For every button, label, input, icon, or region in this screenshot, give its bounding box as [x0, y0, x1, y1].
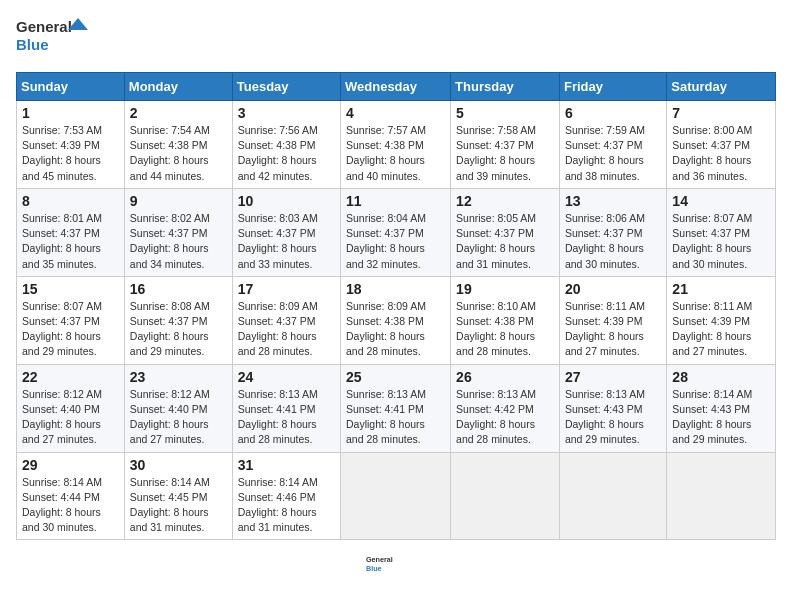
calendar-day-cell: 21Sunrise: 8:11 AMSunset: 4:39 PMDayligh… — [667, 276, 776, 364]
svg-text:Blue: Blue — [16, 36, 49, 53]
day-info: Sunrise: 7:58 AMSunset: 4:37 PMDaylight:… — [456, 123, 554, 184]
day-number: 20 — [565, 281, 661, 297]
weekday-header-cell: Monday — [124, 73, 232, 101]
weekday-header-cell: Tuesday — [232, 73, 340, 101]
day-number: 21 — [672, 281, 770, 297]
day-number: 9 — [130, 193, 227, 209]
day-info: Sunrise: 8:13 AMSunset: 4:43 PMDaylight:… — [565, 387, 661, 448]
calendar-day-cell: 25Sunrise: 8:13 AMSunset: 4:41 PMDayligh… — [341, 364, 451, 452]
day-number: 28 — [672, 369, 770, 385]
day-info: Sunrise: 8:03 AMSunset: 4:37 PMDaylight:… — [238, 211, 335, 272]
day-number: 2 — [130, 105, 227, 121]
calendar-day-cell: 26Sunrise: 8:13 AMSunset: 4:42 PMDayligh… — [451, 364, 560, 452]
day-number: 22 — [22, 369, 119, 385]
day-number: 18 — [346, 281, 445, 297]
calendar-week-row: 8Sunrise: 8:01 AMSunset: 4:37 PMDaylight… — [17, 188, 776, 276]
calendar-day-cell — [667, 452, 776, 540]
day-info: Sunrise: 8:07 AMSunset: 4:37 PMDaylight:… — [22, 299, 119, 360]
day-info: Sunrise: 8:13 AMSunset: 4:41 PMDaylight:… — [238, 387, 335, 448]
day-info: Sunrise: 8:13 AMSunset: 4:41 PMDaylight:… — [346, 387, 445, 448]
day-info: Sunrise: 8:05 AMSunset: 4:37 PMDaylight:… — [456, 211, 554, 272]
calendar-day-cell: 5Sunrise: 7:58 AMSunset: 4:37 PMDaylight… — [451, 101, 560, 189]
day-number: 29 — [22, 457, 119, 473]
day-info: Sunrise: 8:12 AMSunset: 4:40 PMDaylight:… — [22, 387, 119, 448]
calendar-day-cell: 18Sunrise: 8:09 AMSunset: 4:38 PMDayligh… — [341, 276, 451, 364]
calendar-day-cell: 15Sunrise: 8:07 AMSunset: 4:37 PMDayligh… — [17, 276, 125, 364]
calendar-day-cell: 4Sunrise: 7:57 AMSunset: 4:38 PMDaylight… — [341, 101, 451, 189]
svg-text:General: General — [16, 18, 72, 35]
weekday-header-cell: Friday — [559, 73, 666, 101]
svg-text:Blue: Blue — [366, 564, 382, 572]
day-info: Sunrise: 8:01 AMSunset: 4:37 PMDaylight:… — [22, 211, 119, 272]
header: General Blue — [16, 16, 776, 60]
day-number: 19 — [456, 281, 554, 297]
calendar-day-cell: 9Sunrise: 8:02 AMSunset: 4:37 PMDaylight… — [124, 188, 232, 276]
day-number: 5 — [456, 105, 554, 121]
day-number: 1 — [22, 105, 119, 121]
calendar-day-cell: 28Sunrise: 8:14 AMSunset: 4:43 PMDayligh… — [667, 364, 776, 452]
calendar-day-cell: 11Sunrise: 8:04 AMSunset: 4:37 PMDayligh… — [341, 188, 451, 276]
day-number: 6 — [565, 105, 661, 121]
calendar-day-cell — [559, 452, 666, 540]
calendar-day-cell: 20Sunrise: 8:11 AMSunset: 4:39 PMDayligh… — [559, 276, 666, 364]
day-number: 10 — [238, 193, 335, 209]
calendar-day-cell: 16Sunrise: 8:08 AMSunset: 4:37 PMDayligh… — [124, 276, 232, 364]
day-info: Sunrise: 7:59 AMSunset: 4:37 PMDaylight:… — [565, 123, 661, 184]
day-number: 17 — [238, 281, 335, 297]
day-info: Sunrise: 7:57 AMSunset: 4:38 PMDaylight:… — [346, 123, 445, 184]
day-number: 13 — [565, 193, 661, 209]
day-info: Sunrise: 8:06 AMSunset: 4:37 PMDaylight:… — [565, 211, 661, 272]
calendar-day-cell: 23Sunrise: 8:12 AMSunset: 4:40 PMDayligh… — [124, 364, 232, 452]
day-info: Sunrise: 7:54 AMSunset: 4:38 PMDaylight:… — [130, 123, 227, 184]
weekday-header-row: SundayMondayTuesdayWednesdayThursdayFrid… — [17, 73, 776, 101]
day-info: Sunrise: 8:11 AMSunset: 4:39 PMDaylight:… — [672, 299, 770, 360]
day-number: 26 — [456, 369, 554, 385]
day-info: Sunrise: 8:00 AMSunset: 4:37 PMDaylight:… — [672, 123, 770, 184]
calendar-day-cell — [341, 452, 451, 540]
day-info: Sunrise: 8:04 AMSunset: 4:37 PMDaylight:… — [346, 211, 445, 272]
calendar-day-cell: 2Sunrise: 7:54 AMSunset: 4:38 PMDaylight… — [124, 101, 232, 189]
day-number: 12 — [456, 193, 554, 209]
day-number: 30 — [130, 457, 227, 473]
calendar-body: 1Sunrise: 7:53 AMSunset: 4:39 PMDaylight… — [17, 101, 776, 540]
calendar-day-cell: 3Sunrise: 7:56 AMSunset: 4:38 PMDaylight… — [232, 101, 340, 189]
day-number: 25 — [346, 369, 445, 385]
calendar-day-cell: 13Sunrise: 8:06 AMSunset: 4:37 PMDayligh… — [559, 188, 666, 276]
day-info: Sunrise: 8:10 AMSunset: 4:38 PMDaylight:… — [456, 299, 554, 360]
day-info: Sunrise: 8:12 AMSunset: 4:40 PMDaylight:… — [130, 387, 227, 448]
calendar-day-cell: 31Sunrise: 8:14 AMSunset: 4:46 PMDayligh… — [232, 452, 340, 540]
calendar-day-cell: 29Sunrise: 8:14 AMSunset: 4:44 PMDayligh… — [17, 452, 125, 540]
weekday-header-cell: Sunday — [17, 73, 125, 101]
day-number: 4 — [346, 105, 445, 121]
day-info: Sunrise: 8:14 AMSunset: 4:45 PMDaylight:… — [130, 475, 227, 536]
calendar-day-cell: 27Sunrise: 8:13 AMSunset: 4:43 PMDayligh… — [559, 364, 666, 452]
weekday-header-cell: Thursday — [451, 73, 560, 101]
calendar-day-cell: 1Sunrise: 7:53 AMSunset: 4:39 PMDaylight… — [17, 101, 125, 189]
day-info: Sunrise: 8:11 AMSunset: 4:39 PMDaylight:… — [565, 299, 661, 360]
calendar-day-cell — [451, 452, 560, 540]
day-number: 8 — [22, 193, 119, 209]
day-number: 15 — [22, 281, 119, 297]
calendar-week-row: 22Sunrise: 8:12 AMSunset: 4:40 PMDayligh… — [17, 364, 776, 452]
calendar-day-cell: 30Sunrise: 8:14 AMSunset: 4:45 PMDayligh… — [124, 452, 232, 540]
day-info: Sunrise: 8:09 AMSunset: 4:38 PMDaylight:… — [346, 299, 445, 360]
day-info: Sunrise: 8:02 AMSunset: 4:37 PMDaylight:… — [130, 211, 227, 272]
day-number: 23 — [130, 369, 227, 385]
calendar-day-cell: 10Sunrise: 8:03 AMSunset: 4:37 PMDayligh… — [232, 188, 340, 276]
weekday-header-cell: Saturday — [667, 73, 776, 101]
day-info: Sunrise: 8:14 AMSunset: 4:46 PMDaylight:… — [238, 475, 335, 536]
generalblue-logo: General Blue — [16, 16, 96, 60]
calendar-week-row: 1Sunrise: 7:53 AMSunset: 4:39 PMDaylight… — [17, 101, 776, 189]
day-number: 3 — [238, 105, 335, 121]
calendar-day-cell: 8Sunrise: 8:01 AMSunset: 4:37 PMDaylight… — [17, 188, 125, 276]
calendar-week-row: 29Sunrise: 8:14 AMSunset: 4:44 PMDayligh… — [17, 452, 776, 540]
day-info: Sunrise: 8:07 AMSunset: 4:37 PMDaylight:… — [672, 211, 770, 272]
day-number: 14 — [672, 193, 770, 209]
day-info: Sunrise: 8:09 AMSunset: 4:37 PMDaylight:… — [238, 299, 335, 360]
generalblue-footer-logo: General Blue — [366, 548, 426, 572]
day-number: 16 — [130, 281, 227, 297]
calendar-day-cell: 17Sunrise: 8:09 AMSunset: 4:37 PMDayligh… — [232, 276, 340, 364]
calendar-week-row: 15Sunrise: 8:07 AMSunset: 4:37 PMDayligh… — [17, 276, 776, 364]
calendar-day-cell: 19Sunrise: 8:10 AMSunset: 4:38 PMDayligh… — [451, 276, 560, 364]
calendar-day-cell: 12Sunrise: 8:05 AMSunset: 4:37 PMDayligh… — [451, 188, 560, 276]
